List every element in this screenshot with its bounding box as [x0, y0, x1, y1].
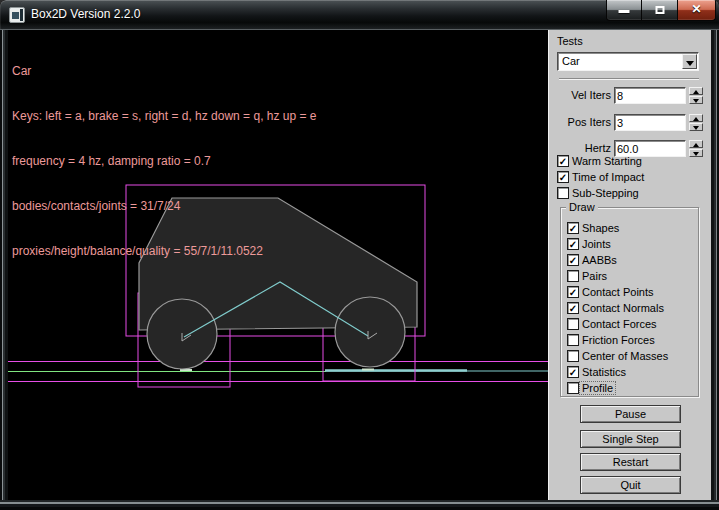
checkbox-box[interactable]: ✓: [567, 366, 579, 378]
checkbox-box[interactable]: ✓: [567, 238, 579, 250]
spinner-down-icon: [693, 126, 699, 130]
checkbox-box[interactable]: [567, 270, 579, 282]
checkbox-label: Contact Forces: [582, 318, 657, 330]
spinner-up-icon: [693, 117, 699, 121]
window-border-bottom: [0, 500, 719, 510]
restart-button[interactable]: Restart: [580, 453, 681, 471]
pos-iters-row: Pos Iters: [549, 114, 712, 131]
vel-iters-up-button[interactable]: [689, 87, 703, 95]
statistics-text: Car Keys: left = a, brake = s, right = d…: [12, 34, 317, 289]
spinner-up-icon: [693, 90, 699, 94]
checkbox-box[interactable]: [557, 187, 569, 199]
checkbox-box[interactable]: ✓: [557, 155, 569, 167]
pause-button[interactable]: Pause: [580, 405, 681, 423]
tests-dropdown-value: Car: [562, 55, 580, 67]
pos-iters-field[interactable]: [614, 114, 686, 131]
minimize-icon: [619, 10, 630, 13]
checkbox-label: Time of Impact: [572, 171, 644, 183]
stats-line: Car: [12, 64, 317, 79]
stats-line: proxies/height/balance/quality = 55/7/1/…: [12, 244, 317, 259]
checkbox-box[interactable]: ✓: [557, 171, 569, 183]
tests-label: Tests: [557, 35, 583, 47]
checkbox-label: Contact Normals: [582, 302, 664, 314]
checkbox-label: Joints: [582, 238, 611, 250]
checkbox-box[interactable]: [567, 318, 579, 330]
checkbox-box[interactable]: ✓: [567, 222, 579, 234]
close-button[interactable]: ✕: [678, 0, 716, 21]
vel-iters-input[interactable]: [617, 89, 681, 102]
quit-button[interactable]: Quit: [580, 476, 681, 494]
stats-line: bodies/contacts/joints = 31/7/24: [12, 199, 317, 214]
close-icon: ✕: [678, 0, 715, 20]
pos-iters-down-button[interactable]: [689, 123, 703, 131]
vel-iters-field[interactable]: [614, 87, 686, 104]
checkbox-box[interactable]: [567, 350, 579, 362]
window-controls: ✕: [606, 0, 716, 21]
draw-group-title: Draw: [566, 201, 598, 213]
pos-iters-spinner: [689, 114, 703, 131]
stats-line: Keys: left = a, brake = s, right = d, hz…: [12, 109, 317, 124]
checkbox-box[interactable]: [567, 334, 579, 346]
hertz-input[interactable]: [617, 142, 681, 155]
pos-iters-label: Pos Iters: [549, 116, 611, 128]
pos-iters-input[interactable]: [617, 116, 681, 129]
tests-dropdown[interactable]: Car: [557, 52, 699, 71]
app-icon: [9, 7, 25, 23]
window-border-left: [0, 30, 8, 500]
window-border-right: [711, 30, 719, 500]
separator: [559, 78, 699, 80]
spinner-down-icon: [693, 99, 699, 103]
window-title: Box2D Version 2.2.0: [31, 0, 140, 30]
single-step-button[interactable]: Single Step: [580, 430, 681, 448]
checkbox-label: Pairs: [582, 270, 607, 282]
checkbox-label: Warm Starting: [572, 155, 642, 167]
vel-iters-down-button[interactable]: [689, 96, 703, 104]
hertz-up-button[interactable]: [689, 140, 703, 148]
vel-iters-row: Vel Iters: [549, 87, 712, 104]
title-bar[interactable]: Box2D Version 2.2.0 ✕: [0, 0, 719, 30]
minimize-button[interactable]: [606, 0, 642, 21]
checkbox-label: Sub-Stepping: [572, 187, 639, 199]
checkbox-label: Shapes: [582, 222, 619, 234]
stats-line: frequency = 4 hz, damping ratio = 0.7: [12, 154, 317, 169]
car-wheel-right: [335, 297, 405, 367]
maximize-button[interactable]: [642, 0, 678, 21]
checkbox-label: Friction Forces: [582, 334, 655, 346]
checkbox-box[interactable]: [567, 382, 579, 394]
pos-iters-up-button[interactable]: [689, 114, 703, 122]
spinner-up-icon: [693, 143, 699, 147]
checkbox-label: Center of Masses: [582, 350, 668, 362]
checkbox-box[interactable]: ✓: [567, 302, 579, 314]
vel-iters-label: Vel Iters: [549, 89, 611, 101]
hertz-down-button[interactable]: [689, 149, 703, 157]
app-window: Box2D Version 2.2.0 ✕: [0, 0, 719, 510]
checkbox-label: Profile: [579, 381, 616, 395]
checkbox-box[interactable]: ✓: [567, 286, 579, 298]
vel-iters-spinner: [689, 87, 703, 104]
hertz-spinner: [689, 140, 703, 157]
chevron-down-icon: [686, 61, 694, 66]
checkbox-label: Contact Points: [582, 286, 654, 298]
checkbox-label: AABBs: [582, 254, 617, 266]
tests-dropdown-button[interactable]: [682, 54, 697, 69]
spinner-down-icon: [693, 152, 699, 156]
checkbox-label: Statistics: [582, 366, 626, 378]
hertz-label: Hertz: [549, 142, 611, 154]
control-panel: Tests Car Vel Iters Pos Iters Hertz: [548, 30, 711, 500]
maximize-icon: [655, 6, 664, 14]
checkbox-box[interactable]: ✓: [567, 254, 579, 266]
simulation-canvas[interactable]: Car Keys: left = a, brake = s, right = d…: [8, 30, 548, 500]
